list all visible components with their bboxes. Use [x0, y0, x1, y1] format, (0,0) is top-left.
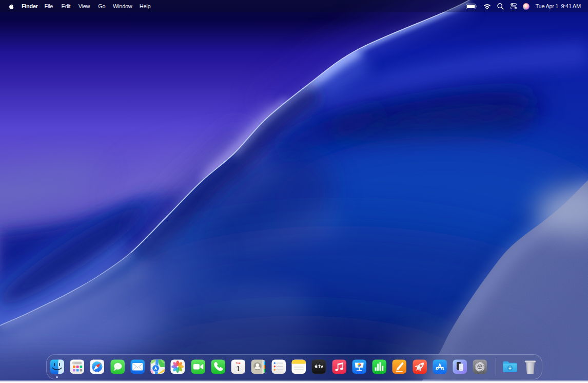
svg-text:1: 1: [236, 364, 240, 373]
